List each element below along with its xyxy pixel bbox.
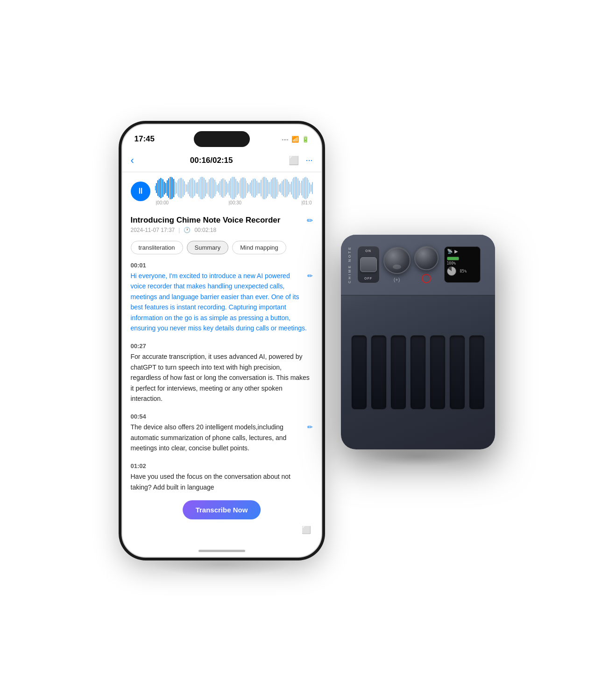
waveform[interactable] [155, 177, 313, 199]
chime-note-device: CHIME NOTE ON OFF (+) [341, 235, 495, 449]
transcript-entry-3: 01:02 Have you used the focus on the con… [131, 462, 313, 492]
record-indicator [422, 274, 431, 283]
grille-slot-3 [390, 335, 406, 410]
screen-record-icon: ⬜ [302, 525, 311, 534]
lcd-storage-pct: 85% [460, 269, 467, 273]
lcd-display: 📡 ▶ 100% 85% [444, 246, 481, 283]
grille-slot-5 [430, 335, 446, 410]
grille-slot-7 [469, 335, 485, 410]
transcribe-now-button[interactable]: Transcribe Now [183, 500, 261, 519]
transcript-entry-2: 00:54 ✏ The device also offers 20 intell… [131, 413, 313, 453]
lcd-battery-pct: 100% [447, 261, 456, 266]
lcd-wifi-icon: 📡 [447, 249, 453, 254]
grille-slot-1 [351, 335, 367, 410]
timestamp-0: 00:01 [131, 262, 313, 269]
edit-title-button[interactable]: ✏ [307, 216, 313, 225]
battery-icon: 🔋 [302, 136, 309, 143]
nav-actions: ⬜ ··· [289, 155, 312, 166]
status-time: 17:45 [135, 134, 155, 144]
lcd-battery-fill [447, 257, 459, 260]
tab-transliteration[interactable]: transliteration [131, 241, 183, 254]
export-button[interactable]: ⬜ [289, 155, 299, 166]
wireless-icon: (+) [394, 277, 400, 282]
grille-slot-6 [449, 335, 465, 410]
transcript-text-2: ✏ The device also offers 20 intelligent … [131, 422, 313, 453]
waveform-area: |00:00 |00:30 |01:0 [122, 172, 321, 210]
device-controls: CHIME NOTE ON OFF (+) [341, 235, 495, 295]
grille-slot-2 [371, 335, 387, 410]
tab-summary[interactable]: Summary [187, 241, 229, 254]
recording-meta: 2024-11-07 17:37 | 🕐 00:02:18 [131, 227, 313, 233]
status-icons: ···· 📶 🔋 [282, 136, 309, 143]
right-knob[interactable] [414, 246, 439, 270]
dynamic-island [194, 131, 250, 147]
timestamp-2: 00:54 [131, 413, 313, 420]
power-toggle[interactable]: ON OFF [357, 246, 380, 283]
edit-icon-0[interactable]: ✏ [307, 271, 313, 281]
on-label: ON [365, 249, 371, 252]
device-brand: CHIME NOTE [347, 246, 352, 283]
nav-bar: ‹ 00:16/02:15 ⬜ ··· [122, 149, 321, 172]
pause-button[interactable] [131, 182, 150, 201]
edit-icon-2[interactable]: ✏ [307, 422, 313, 432]
device-reflection [367, 447, 469, 466]
home-indicator [198, 550, 245, 552]
lcd-storage-pie [447, 266, 456, 276]
waveform-timeline: |00:00 |00:30 |01:0 [155, 200, 313, 205]
left-knob[interactable] [383, 247, 411, 274]
transcript-entry-1: 00:27 For accurate transcription, it use… [131, 343, 313, 404]
clock-icon: 🕐 [184, 227, 191, 233]
device-grille [341, 295, 495, 449]
more-button[interactable]: ··· [305, 155, 312, 166]
grille-slot-4 [410, 335, 426, 410]
off-label: OFF [364, 277, 372, 280]
transcript-text-0: ✏ Hi everyone, I'm excited to introduce … [131, 271, 313, 333]
timestamp-3: 01:02 [131, 462, 313, 469]
tab-mind-mapping[interactable]: Mind mapping [232, 241, 286, 254]
signal-icon: ···· [282, 136, 288, 143]
right-knob-group [414, 246, 439, 283]
transcribe-overlay: Transcribe Now [183, 500, 261, 519]
tabs-row: transliteration Summary Mind mapping [122, 237, 321, 258]
left-knob-group: (+) [383, 247, 411, 282]
recording-date: 2024-11-07 17:37 [131, 227, 175, 233]
lcd-battery-bar [447, 257, 459, 260]
recording-title: Introducing Chime Note Voice Recorder [131, 216, 281, 225]
playback-position: 00:16/02:15 [190, 156, 233, 165]
transcript-text-1: For accurate transcription, it uses adva… [131, 351, 313, 404]
transcript-text-3: Have you used the focus on the conversat… [131, 471, 313, 492]
lcd-play-icon: ▶ [454, 249, 458, 254]
recording-duration: 00:02:18 [194, 227, 216, 233]
timestamp-1: 00:27 [131, 343, 313, 350]
wifi-icon: 📶 [291, 136, 299, 143]
recording-info: Introducing Chime Note Voice Recorder ✏ … [122, 210, 321, 237]
toggle-thumb [360, 257, 377, 272]
transcript-entry-0: 00:01 ✏ Hi everyone, I'm excited to intr… [131, 262, 313, 333]
back-button[interactable]: ‹ [131, 154, 134, 167]
